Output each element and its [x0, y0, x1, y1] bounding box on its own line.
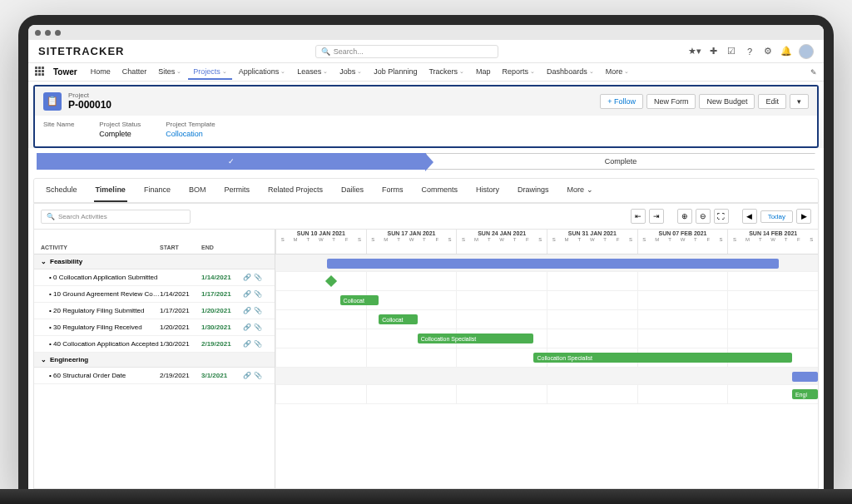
nav-item-map[interactable]: Map: [471, 65, 496, 80]
activity-name: • 40 Collocation Application Accepted: [41, 340, 160, 348]
close-dot[interactable]: [35, 30, 41, 36]
task-icon[interactable]: ☑: [726, 46, 737, 57]
group-feasibility[interactable]: ⌄ Feasibility: [34, 254, 275, 269]
template-value[interactable]: Collocation: [166, 130, 215, 138]
new-form-button[interactable]: New Form: [646, 94, 696, 109]
zoom-out-icon[interactable]: ⊖: [696, 209, 711, 224]
link-icon[interactable]: 🔗: [243, 274, 251, 281]
prev-icon[interactable]: ◀: [742, 209, 757, 224]
nav-item-dashboards[interactable]: Dashboards⌄: [542, 65, 599, 80]
week-header: SUN 17 JAN 2021SMTWTFS: [366, 230, 457, 254]
end-date: 2/19/2021: [201, 340, 243, 348]
attach-icon[interactable]: 📎: [254, 307, 262, 314]
activity-row[interactable]: • 10 Ground Agreement Review Complet1/14…: [34, 286, 275, 303]
gantt-bar[interactable]: Engi: [792, 389, 818, 399]
search-activities-input[interactable]: 🔍 Search Activities: [41, 210, 191, 224]
attach-icon[interactable]: 📎: [254, 372, 262, 379]
fullscreen-icon[interactable]: ⛶: [714, 209, 729, 224]
status-value: Complete: [99, 130, 141, 138]
tab-permits[interactable]: Permits: [222, 179, 251, 202]
gantt-bar[interactable]: Collocation Specialist: [533, 353, 791, 363]
activity-row[interactable]: • 40 Collocation Application Accepted1/3…: [34, 336, 275, 353]
activity-row[interactable]: • 60 Structural Order Date2/19/20213/1/2…: [34, 368, 275, 384]
link-icon[interactable]: 🔗: [243, 340, 251, 348]
gantt-bar[interactable]: Collocation Specialist: [418, 334, 534, 343]
global-search-input[interactable]: 🔍 Search...: [315, 45, 498, 58]
tab-schedule[interactable]: Schedule: [44, 179, 79, 202]
tab-finance[interactable]: Finance: [142, 179, 172, 202]
tab-more[interactable]: More ⌄: [566, 179, 595, 202]
tab-comments[interactable]: Comments: [420, 179, 460, 202]
nav-item-job-planning[interactable]: Job Planning: [369, 65, 422, 80]
attach-icon[interactable]: 📎: [254, 324, 262, 331]
activity-row[interactable]: • 0 Collocation Application Submitted1/1…: [34, 269, 275, 286]
nav-item-home[interactable]: Home: [86, 65, 116, 80]
search-placeholder: Search...: [334, 47, 364, 56]
tab-bom[interactable]: BOM: [187, 179, 208, 202]
stage-done[interactable]: ✓: [37, 153, 426, 170]
min-dot[interactable]: [45, 30, 51, 36]
app-launcher-icon[interactable]: [35, 67, 47, 78]
record-header: 📋 Project P-000010 + Follow New Form New…: [33, 85, 819, 148]
start-date: 2/19/2021: [160, 372, 201, 379]
activity-row[interactable]: • 20 Regulatory Filing Submitted1/17/202…: [34, 303, 275, 319]
attach-icon[interactable]: 📎: [254, 340, 262, 348]
link-icon[interactable]: 🔗: [243, 372, 251, 379]
link-icon[interactable]: 🔗: [243, 324, 251, 331]
nav-item-leases[interactable]: Leases⌄: [292, 65, 333, 80]
activity-row[interactable]: • 30 Regulatory Filing Received1/20/2021…: [34, 319, 275, 336]
collapse-icon[interactable]: ⇤: [631, 209, 646, 224]
gantt-bar[interactable]: Collocat: [379, 314, 418, 324]
week-header: SUN 07 FEB 2021SMTWTFS: [637, 230, 728, 254]
max-dot[interactable]: [55, 30, 61, 36]
link-icon[interactable]: 🔗: [243, 290, 251, 298]
nav-item-projects[interactable]: Projects⌄: [188, 65, 232, 80]
link-icon[interactable]: 🔗: [243, 307, 251, 314]
edit-button[interactable]: Edit: [758, 94, 786, 109]
start-date: 1/17/2021: [160, 307, 201, 314]
follow-button[interactable]: + Follow: [600, 94, 643, 109]
week-header: SUN 24 JAN 2021SMTWTFS: [456, 230, 547, 254]
attach-icon[interactable]: 📎: [254, 274, 262, 281]
group-engineering[interactable]: ⌄ Engineering: [34, 353, 275, 368]
new-budget-button[interactable]: New Budget: [699, 94, 755, 109]
path-progress: ✓ Complete: [28, 148, 824, 175]
settings-icon[interactable]: ⚙: [762, 46, 774, 57]
help-icon[interactable]: ?: [744, 46, 755, 57]
col-start: START: [160, 245, 201, 250]
nav-bar: Tower HomeChatterSites⌄Projects⌄Applicat…: [28, 63, 824, 82]
zoom-in-icon[interactable]: ⊕: [677, 209, 692, 224]
tab-timeline[interactable]: Timeline: [94, 179, 127, 202]
favorite-icon[interactable]: ★▾: [689, 46, 701, 57]
gantt-bar[interactable]: [327, 259, 779, 269]
add-icon[interactable]: ✚: [707, 46, 719, 57]
stage-current[interactable]: Complete: [426, 153, 815, 170]
week-header: SUN 31 JAN 2021SMTWTFS: [547, 230, 637, 254]
tab-drawings[interactable]: Drawings: [516, 179, 551, 202]
gantt-bar[interactable]: Collocat: [340, 295, 379, 305]
nav-item-sites[interactable]: Sites⌄: [153, 65, 186, 80]
nav-item-reports[interactable]: Reports⌄: [498, 65, 541, 80]
user-avatar[interactable]: [799, 44, 814, 59]
record-type-label: Project: [68, 91, 111, 99]
nav-item-chatter[interactable]: Chatter: [117, 65, 152, 80]
nav-item-applications[interactable]: Applications⌄: [234, 65, 291, 80]
next-icon[interactable]: ▶: [796, 209, 811, 224]
project-icon: 📋: [43, 92, 62, 111]
tab-related-projects[interactable]: Related Projects: [266, 179, 324, 202]
notification-icon[interactable]: 🔔: [780, 46, 792, 57]
edit-nav-icon[interactable]: ✎: [810, 68, 817, 77]
milestone-diamond[interactable]: [325, 275, 337, 287]
more-actions-button[interactable]: ▾: [790, 94, 809, 109]
tab-history[interactable]: History: [474, 179, 501, 202]
attach-icon[interactable]: 📎: [254, 290, 262, 298]
nav-item-more[interactable]: More⌄: [601, 65, 635, 80]
expand-icon[interactable]: ⇥: [649, 209, 664, 224]
app-name: Tower: [53, 67, 77, 77]
nav-item-jobs[interactable]: Jobs⌄: [334, 65, 367, 80]
gantt-bar[interactable]: [792, 372, 818, 382]
nav-item-trackers[interactable]: Trackers⌄: [424, 65, 469, 80]
tab-dailies[interactable]: Dailies: [339, 179, 365, 202]
tab-forms[interactable]: Forms: [380, 179, 405, 202]
today-button[interactable]: Today: [760, 210, 793, 223]
